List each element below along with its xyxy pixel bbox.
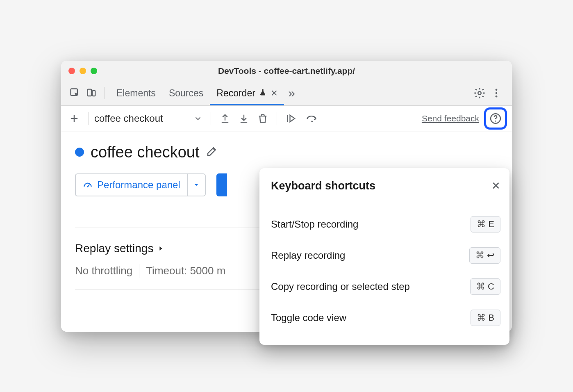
help-icon xyxy=(489,112,502,125)
new-recording-icon[interactable] xyxy=(66,110,82,127)
gauge-icon xyxy=(82,180,93,190)
shortcut-row: Toggle code view ⌘ B xyxy=(271,302,500,333)
titlebar: DevTools - coffee-cart.netlify.app/ xyxy=(61,61,512,81)
svg-point-8 xyxy=(311,121,313,122)
recorder-toolbar: coffee checkout Send feedback xyxy=(61,106,512,132)
popover-title: Keyboard shortcuts xyxy=(271,180,375,192)
svg-rect-1 xyxy=(88,89,91,96)
flask-icon xyxy=(259,88,267,99)
shortcut-label: Replay recording xyxy=(271,250,345,261)
tab-label: Sources xyxy=(169,88,203,99)
divider xyxy=(88,112,89,125)
divider xyxy=(277,112,277,125)
window-title: DevTools - coffee-cart.netlify.app/ xyxy=(218,66,355,76)
svg-point-5 xyxy=(496,92,498,94)
maximize-window-button[interactable] xyxy=(91,68,97,74)
shortcut-label: Start/Stop recording xyxy=(271,219,358,230)
delete-icon[interactable] xyxy=(255,110,271,127)
tab-recorder[interactable]: Recorder × xyxy=(210,81,284,105)
svg-rect-7 xyxy=(287,115,288,122)
export-icon[interactable] xyxy=(217,110,233,127)
tab-elements[interactable]: Elements xyxy=(110,81,162,105)
shortcut-row: Start/Stop recording ⌘ E xyxy=(271,209,500,240)
perf-panel-label: Performance panel xyxy=(97,179,180,191)
shortcut-row: Copy recording or selected step ⌘ C xyxy=(271,271,500,302)
tabs-row: Elements Sources Recorder × » xyxy=(61,81,512,106)
inspect-icon[interactable] xyxy=(67,85,83,101)
shortcut-label: Copy recording or selected step xyxy=(271,281,410,292)
shortcut-keys: ⌘ ↩ xyxy=(469,247,500,264)
tab-label: Recorder xyxy=(216,88,255,99)
replay-button[interactable] xyxy=(216,173,227,196)
divider xyxy=(139,264,139,278)
tab-label: Elements xyxy=(116,88,156,99)
perf-dropdown[interactable] xyxy=(188,173,206,196)
recording-title: coffee checkout xyxy=(91,144,199,161)
svg-point-4 xyxy=(496,89,498,91)
caret-down-icon xyxy=(193,181,200,189)
recording-name-select[interactable]: coffee checkout xyxy=(94,113,189,124)
send-feedback-link[interactable]: Send feedback xyxy=(422,114,479,123)
shortcut-keys: ⌘ C xyxy=(470,278,500,295)
step-icon[interactable] xyxy=(283,110,300,127)
divider xyxy=(211,112,211,125)
replay-settings-label: Replay settings xyxy=(75,242,153,255)
caret-right-icon xyxy=(157,245,164,252)
svg-point-10 xyxy=(495,121,496,122)
svg-rect-2 xyxy=(92,91,95,96)
shortcut-label: Toggle code view xyxy=(271,312,346,324)
close-window-button[interactable] xyxy=(68,68,75,74)
minimize-window-button[interactable] xyxy=(80,68,86,74)
throttling-value: No throttling xyxy=(75,264,132,277)
svg-point-3 xyxy=(478,91,481,95)
step-over-icon[interactable] xyxy=(302,110,321,127)
chevron-down-icon[interactable] xyxy=(191,112,205,125)
settings-icon[interactable] xyxy=(471,84,488,102)
kebab-menu-icon[interactable] xyxy=(488,85,505,101)
divider xyxy=(105,87,105,99)
import-icon[interactable] xyxy=(236,110,252,127)
svg-point-6 xyxy=(496,96,498,98)
more-tabs-icon[interactable]: » xyxy=(288,86,295,100)
popover-header: Keyboard shortcuts ✕ xyxy=(271,180,500,192)
devtools-window: DevTools - coffee-cart.netlify.app/ Elem… xyxy=(61,61,512,332)
keyboard-shortcuts-popover: Keyboard shortcuts ✕ Start/Stop recordin… xyxy=(259,168,509,345)
close-tab-icon[interactable]: × xyxy=(271,87,277,100)
status-dot-icon xyxy=(75,148,84,157)
svg-point-11 xyxy=(87,186,88,187)
device-toggle-icon[interactable] xyxy=(83,85,100,101)
close-icon[interactable]: ✕ xyxy=(491,180,500,192)
recording-title-row: coffee checkout xyxy=(75,144,498,161)
traffic-lights xyxy=(68,68,97,74)
tab-sources[interactable]: Sources xyxy=(162,81,210,105)
shortcut-keys: ⌘ E xyxy=(471,216,500,232)
timeout-value: Timeout: 5000 m xyxy=(146,264,225,277)
performance-panel-button[interactable]: Performance panel xyxy=(75,173,188,196)
shortcut-keys: ⌘ B xyxy=(471,310,500,326)
edit-icon[interactable] xyxy=(206,145,218,159)
shortcut-row: Replay recording ⌘ ↩ xyxy=(271,240,500,271)
recording-name-label: coffee checkout xyxy=(94,113,163,124)
help-button[interactable] xyxy=(484,107,507,130)
